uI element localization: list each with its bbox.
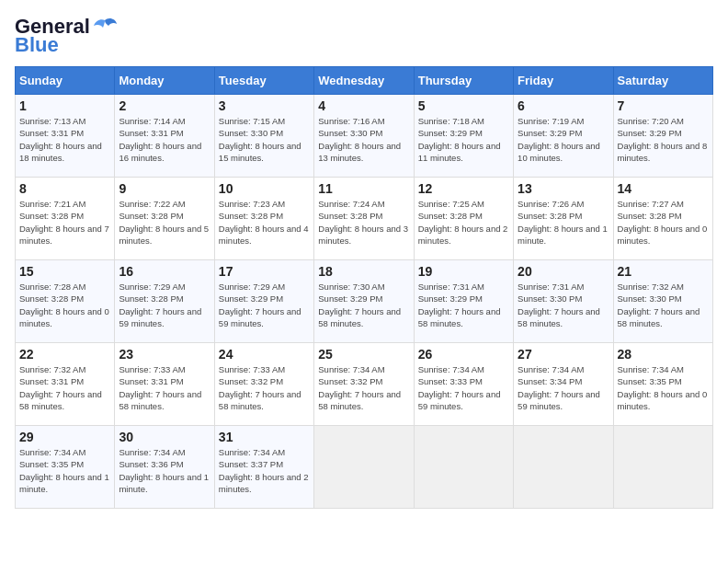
day-number: 6 bbox=[518, 98, 609, 113]
header-row: SundayMondayTuesdayWednesdayThursdayFrid… bbox=[16, 67, 713, 95]
day-info: Sunrise: 7:34 AM Sunset: 3:35 PM Dayligh… bbox=[19, 446, 110, 495]
logo-bird-icon bbox=[92, 17, 118, 37]
day-info: Sunrise: 7:29 AM Sunset: 3:29 PM Dayligh… bbox=[219, 281, 310, 329]
day-number: 23 bbox=[119, 347, 210, 362]
day-number: 12 bbox=[418, 181, 509, 196]
day-info: Sunrise: 7:14 AM Sunset: 3:31 PM Dayligh… bbox=[119, 115, 210, 164]
day-number: 4 bbox=[318, 98, 409, 113]
calendar-cell: 12Sunrise: 7:25 AM Sunset: 3:28 PM Dayli… bbox=[414, 178, 513, 260]
calendar-cell: 20Sunrise: 7:31 AM Sunset: 3:30 PM Dayli… bbox=[514, 260, 613, 343]
day-info: Sunrise: 7:34 AM Sunset: 3:37 PM Dayligh… bbox=[219, 446, 310, 495]
calendar-cell: 8Sunrise: 7:21 AM Sunset: 3:28 PM Daylig… bbox=[16, 178, 115, 260]
day-number: 17 bbox=[219, 264, 310, 279]
day-info: Sunrise: 7:15 AM Sunset: 3:30 PM Dayligh… bbox=[219, 115, 310, 164]
calendar-cell: 16Sunrise: 7:29 AM Sunset: 3:28 PM Dayli… bbox=[115, 260, 214, 343]
day-number: 16 bbox=[119, 264, 210, 279]
day-number: 26 bbox=[418, 347, 509, 362]
day-number: 14 bbox=[618, 181, 709, 196]
day-number: 10 bbox=[219, 181, 310, 196]
calendar-cell: 14Sunrise: 7:27 AM Sunset: 3:28 PM Dayli… bbox=[613, 178, 712, 260]
calendar-cell: 7Sunrise: 7:20 AM Sunset: 3:29 PM Daylig… bbox=[613, 95, 712, 178]
day-info: Sunrise: 7:25 AM Sunset: 3:28 PM Dayligh… bbox=[418, 198, 509, 247]
calendar-cell: 1Sunrise: 7:13 AM Sunset: 3:31 PM Daylig… bbox=[16, 95, 115, 178]
calendar-cell: 2Sunrise: 7:14 AM Sunset: 3:31 PM Daylig… bbox=[115, 95, 214, 178]
day-number: 21 bbox=[618, 264, 709, 279]
calendar-cell: 5Sunrise: 7:18 AM Sunset: 3:29 PM Daylig… bbox=[414, 95, 513, 178]
logo: General Blue bbox=[15, 15, 118, 57]
day-number: 13 bbox=[518, 181, 609, 196]
calendar-cell: 11Sunrise: 7:24 AM Sunset: 3:28 PM Dayli… bbox=[314, 178, 414, 260]
day-number: 25 bbox=[318, 347, 409, 362]
day-number: 31 bbox=[219, 430, 310, 444]
day-info: Sunrise: 7:18 AM Sunset: 3:29 PM Dayligh… bbox=[418, 115, 509, 164]
calendar-cell: 10Sunrise: 7:23 AM Sunset: 3:28 PM Dayli… bbox=[214, 178, 313, 260]
day-info: Sunrise: 7:34 AM Sunset: 3:34 PM Dayligh… bbox=[518, 363, 609, 412]
day-info: Sunrise: 7:27 AM Sunset: 3:28 PM Dayligh… bbox=[618, 198, 709, 247]
header-thursday: Thursday bbox=[414, 67, 513, 95]
day-number: 18 bbox=[318, 264, 409, 279]
day-info: Sunrise: 7:29 AM Sunset: 3:28 PM Dayligh… bbox=[119, 281, 210, 329]
week-row-5: 29Sunrise: 7:34 AM Sunset: 3:35 PM Dayli… bbox=[16, 426, 713, 509]
day-number: 11 bbox=[318, 181, 409, 196]
calendar-cell: 19Sunrise: 7:31 AM Sunset: 3:29 PM Dayli… bbox=[414, 260, 513, 343]
day-info: Sunrise: 7:34 AM Sunset: 3:32 PM Dayligh… bbox=[318, 363, 409, 412]
day-info: Sunrise: 7:22 AM Sunset: 3:28 PM Dayligh… bbox=[119, 198, 210, 247]
day-number: 24 bbox=[219, 347, 310, 362]
calendar-cell: 27Sunrise: 7:34 AM Sunset: 3:34 PM Dayli… bbox=[514, 343, 613, 426]
day-number: 22 bbox=[19, 347, 110, 362]
page-header: General Blue bbox=[15, 15, 713, 57]
calendar-cell: 21Sunrise: 7:32 AM Sunset: 3:30 PM Dayli… bbox=[613, 260, 712, 343]
day-number: 19 bbox=[418, 264, 509, 279]
day-number: 7 bbox=[618, 98, 709, 113]
day-info: Sunrise: 7:34 AM Sunset: 3:33 PM Dayligh… bbox=[418, 363, 509, 412]
calendar-cell: 25Sunrise: 7:34 AM Sunset: 3:32 PM Dayli… bbox=[314, 343, 414, 426]
week-row-4: 22Sunrise: 7:32 AM Sunset: 3:31 PM Dayli… bbox=[16, 343, 713, 426]
day-info: Sunrise: 7:28 AM Sunset: 3:28 PM Dayligh… bbox=[19, 281, 110, 329]
calendar-cell: 18Sunrise: 7:30 AM Sunset: 3:29 PM Dayli… bbox=[314, 260, 414, 343]
day-number: 27 bbox=[518, 347, 609, 362]
day-number: 1 bbox=[19, 98, 110, 113]
day-number: 28 bbox=[618, 347, 709, 362]
logo-blue: Blue bbox=[15, 33, 59, 57]
calendar-cell: 15Sunrise: 7:28 AM Sunset: 3:28 PM Dayli… bbox=[16, 260, 115, 343]
week-row-2: 8Sunrise: 7:21 AM Sunset: 3:28 PM Daylig… bbox=[16, 178, 713, 260]
day-info: Sunrise: 7:34 AM Sunset: 3:35 PM Dayligh… bbox=[618, 363, 709, 412]
day-number: 15 bbox=[19, 264, 110, 279]
day-info: Sunrise: 7:20 AM Sunset: 3:29 PM Dayligh… bbox=[618, 115, 709, 164]
day-number: 9 bbox=[119, 181, 210, 196]
day-info: Sunrise: 7:16 AM Sunset: 3:30 PM Dayligh… bbox=[318, 115, 409, 164]
calendar-cell: 26Sunrise: 7:34 AM Sunset: 3:33 PM Dayli… bbox=[414, 343, 513, 426]
day-info: Sunrise: 7:31 AM Sunset: 3:29 PM Dayligh… bbox=[418, 281, 509, 329]
calendar-cell: 6Sunrise: 7:19 AM Sunset: 3:29 PM Daylig… bbox=[514, 95, 613, 178]
header-saturday: Saturday bbox=[613, 67, 712, 95]
day-info: Sunrise: 7:34 AM Sunset: 3:36 PM Dayligh… bbox=[119, 446, 210, 495]
calendar-cell: 22Sunrise: 7:32 AM Sunset: 3:31 PM Dayli… bbox=[16, 343, 115, 426]
day-info: Sunrise: 7:21 AM Sunset: 3:28 PM Dayligh… bbox=[19, 198, 110, 247]
calendar-cell bbox=[414, 426, 513, 509]
week-row-3: 15Sunrise: 7:28 AM Sunset: 3:28 PM Dayli… bbox=[16, 260, 713, 343]
calendar-cell: 31Sunrise: 7:34 AM Sunset: 3:37 PM Dayli… bbox=[214, 426, 313, 509]
day-info: Sunrise: 7:31 AM Sunset: 3:30 PM Dayligh… bbox=[518, 281, 609, 329]
day-info: Sunrise: 7:13 AM Sunset: 3:31 PM Dayligh… bbox=[19, 115, 110, 164]
calendar-cell: 9Sunrise: 7:22 AM Sunset: 3:28 PM Daylig… bbox=[115, 178, 214, 260]
day-info: Sunrise: 7:32 AM Sunset: 3:30 PM Dayligh… bbox=[618, 281, 709, 329]
day-number: 3 bbox=[219, 98, 310, 113]
calendar-cell bbox=[613, 426, 712, 509]
calendar-cell: 17Sunrise: 7:29 AM Sunset: 3:29 PM Dayli… bbox=[214, 260, 313, 343]
calendar-cell: 4Sunrise: 7:16 AM Sunset: 3:30 PM Daylig… bbox=[314, 95, 414, 178]
calendar-cell: 24Sunrise: 7:33 AM Sunset: 3:32 PM Dayli… bbox=[214, 343, 313, 426]
day-number: 30 bbox=[119, 430, 210, 444]
header-tuesday: Tuesday bbox=[214, 67, 313, 95]
day-info: Sunrise: 7:23 AM Sunset: 3:28 PM Dayligh… bbox=[219, 198, 310, 247]
day-info: Sunrise: 7:24 AM Sunset: 3:28 PM Dayligh… bbox=[318, 198, 409, 247]
calendar-cell bbox=[514, 426, 613, 509]
calendar-cell: 30Sunrise: 7:34 AM Sunset: 3:36 PM Dayli… bbox=[115, 426, 214, 509]
week-row-1: 1Sunrise: 7:13 AM Sunset: 3:31 PM Daylig… bbox=[16, 95, 713, 178]
day-number: 5 bbox=[418, 98, 509, 113]
day-number: 20 bbox=[518, 264, 609, 279]
calendar-cell bbox=[314, 426, 414, 509]
header-sunday: Sunday bbox=[16, 67, 115, 95]
calendar-table: SundayMondayTuesdayWednesdayThursdayFrid… bbox=[15, 66, 713, 509]
day-info: Sunrise: 7:30 AM Sunset: 3:29 PM Dayligh… bbox=[318, 281, 409, 329]
header-monday: Monday bbox=[115, 67, 214, 95]
